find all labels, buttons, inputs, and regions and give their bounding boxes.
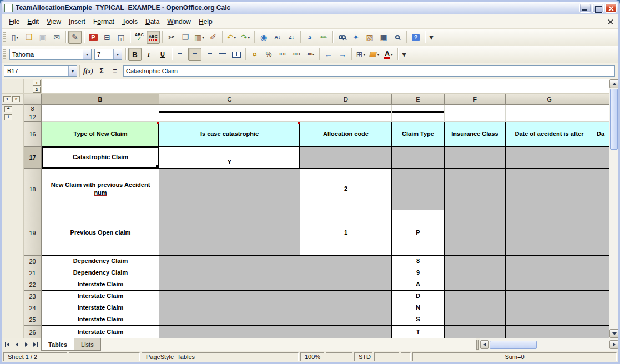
cell-F23[interactable]: [445, 291, 506, 302]
maximize-button[interactable]: [592, 3, 604, 13]
cell-C12[interactable]: [159, 113, 300, 122]
cell-B24[interactable]: Interstate Claim: [42, 302, 159, 314]
last-sheet-button[interactable]: [31, 340, 40, 350]
cell-G20[interactable]: [506, 256, 593, 267]
menu-tools[interactable]: Tools: [118, 16, 142, 27]
data-sources-button[interactable]: ▦: [377, 31, 390, 44]
cell-G23[interactable]: [506, 291, 593, 302]
cell-D18[interactable]: 2: [300, 169, 392, 210]
column-header-b[interactable]: B: [42, 94, 159, 105]
cell-C18[interactable]: [159, 169, 300, 210]
row-header-21[interactable]: 21: [24, 267, 42, 279]
cell-E26[interactable]: T: [392, 326, 445, 338]
cell-C22[interactable]: [159, 279, 300, 291]
export-pdf-button[interactable]: P: [87, 31, 100, 44]
cell-F19[interactable]: [445, 210, 506, 256]
sort-ascending-button[interactable]: A↓: [271, 31, 284, 44]
cell-B8[interactable]: [42, 105, 159, 113]
cell-B12[interactable]: [42, 113, 159, 122]
cell-G21[interactable]: [506, 267, 593, 279]
sheet-tab-tables[interactable]: Tables: [41, 338, 74, 351]
column-header-f[interactable]: F: [445, 94, 506, 105]
cell-D16[interactable]: Allocation code: [300, 122, 392, 147]
font-size-dropdown-icon[interactable]: ▾: [113, 49, 122, 59]
font-name-dropdown-icon[interactable]: ▾: [83, 49, 91, 59]
hyperlink-button[interactable]: ◉: [257, 31, 270, 44]
cell-h8[interactable]: [593, 105, 609, 113]
cell-E21[interactable]: 9: [392, 267, 445, 279]
cell-G26[interactable]: [506, 326, 593, 338]
toolbar-grip[interactable]: [3, 32, 6, 43]
function-wizard-button[interactable]: f(x): [82, 65, 94, 77]
cell-C20[interactable]: [159, 256, 300, 267]
insert-chart-button[interactable]: ◕: [303, 31, 316, 44]
column-header-g[interactable]: G: [506, 94, 593, 105]
edit-file-button[interactable]: ✎: [68, 31, 82, 44]
row-header-12[interactable]: 12: [24, 113, 42, 122]
cell-F24[interactable]: [445, 302, 506, 314]
print-button[interactable]: ⊟: [100, 31, 114, 44]
number-standard-button[interactable]: 0.0: [276, 48, 289, 61]
row-header-18[interactable]: 18: [24, 169, 42, 210]
cell-h24[interactable]: [593, 302, 609, 314]
font-name-combo[interactable]: Tahoma▾: [9, 49, 92, 60]
cell-E18[interactable]: [392, 169, 445, 210]
sheet-tab-lists[interactable]: Lists: [74, 338, 101, 351]
cell-F25[interactable]: [445, 314, 506, 326]
cell-h12[interactable]: [593, 113, 609, 122]
row-header-23[interactable]: 23: [24, 291, 42, 302]
column-header-e[interactable]: E: [392, 94, 445, 105]
italic-button[interactable]: I: [142, 48, 155, 61]
cell-B21[interactable]: Dependency Claim: [42, 267, 159, 279]
cell-D26[interactable]: [300, 326, 392, 338]
cell-C17[interactable]: Y: [159, 147, 300, 169]
cell-B23[interactable]: Interstate Claim: [42, 291, 159, 302]
cell-G12[interactable]: [506, 113, 593, 122]
menu-view[interactable]: View: [43, 16, 65, 27]
navigator-button[interactable]: ✦: [349, 31, 362, 44]
expand-group-button[interactable]: +: [4, 114, 12, 120]
row-header-8[interactable]: 8: [24, 105, 42, 113]
horizontal-scrollbar-track[interactable]: [537, 341, 609, 349]
cell-D8[interactable]: [300, 105, 392, 113]
row-header-26[interactable]: 26: [24, 326, 42, 338]
cell-D23[interactable]: [300, 291, 392, 302]
cell-C8[interactable]: [159, 105, 300, 113]
merge-cells-button[interactable]: [230, 48, 243, 61]
cell-D20[interactable]: [300, 256, 392, 267]
align-right-button[interactable]: [202, 48, 215, 61]
cell-D25[interactable]: [300, 314, 392, 326]
page-preview-button[interactable]: ◱: [114, 31, 128, 44]
cell-G16[interactable]: Date of accident is after: [506, 122, 593, 147]
cell-h21[interactable]: [593, 267, 609, 279]
cell-h19[interactable]: [593, 210, 609, 256]
cell-B20[interactable]: Dependency Claim: [42, 256, 159, 267]
select-all-corner[interactable]: [24, 94, 42, 105]
cell-E22[interactable]: A: [392, 279, 445, 291]
vertical-scrollbar-thumb[interactable]: [610, 89, 618, 150]
cell-G8[interactable]: [506, 105, 593, 113]
cell-h23[interactable]: [593, 291, 609, 302]
scroll-left-button[interactable]: [480, 340, 489, 349]
column-header-d[interactable]: D: [300, 94, 392, 105]
cell-G22[interactable]: [506, 279, 593, 291]
close-button[interactable]: [605, 3, 617, 13]
vertical-scrollbar-track[interactable]: [609, 150, 618, 329]
format-paintbrush-button[interactable]: ✐: [206, 31, 220, 44]
cell-G17[interactable]: [506, 147, 593, 169]
menu-data[interactable]: Data: [142, 16, 163, 27]
show-draw-functions-button[interactable]: ✏: [317, 31, 330, 44]
toolbar-grip[interactable]: [3, 49, 6, 60]
cell-D22[interactable]: [300, 279, 392, 291]
underline-button[interactable]: U: [156, 48, 169, 61]
cell-E20[interactable]: 8: [392, 256, 445, 267]
column-outline-level-1[interactable]: 1: [33, 80, 41, 86]
cell-C21[interactable]: [159, 267, 300, 279]
cell-C26[interactable]: [159, 326, 300, 338]
paste-button[interactable]: ▥▾: [193, 31, 206, 44]
cell-G18[interactable]: [506, 169, 593, 210]
align-left-button[interactable]: [174, 48, 188, 61]
expand-group-button[interactable]: +: [4, 106, 12, 112]
decrease-indent-button[interactable]: ←: [322, 48, 335, 61]
first-sheet-button[interactable]: [3, 340, 12, 350]
